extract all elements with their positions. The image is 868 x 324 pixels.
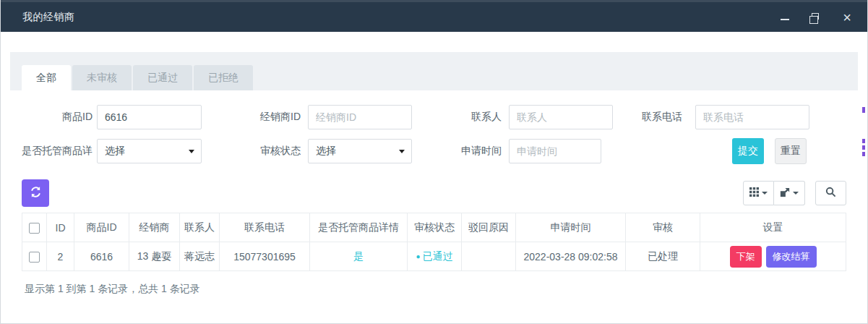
table-row: 2 6616 13 趣耍 蒋远志 15077301695 是 ●已通过 2022… [22,242,846,271]
apply-time-input[interactable] [509,139,601,163]
filter-dealer-id: 经销商ID [221,105,412,129]
col-phone: 联系电话 [220,213,310,242]
toolbar-button-group [743,181,805,205]
apply-time-label: 申请时间 [438,145,502,158]
filter-hosted: 是否托管商品详 选择 [22,139,202,163]
product-id-label: 商品ID [22,111,93,124]
columns-grid-icon [749,187,759,199]
close-icon: × [843,12,851,22]
submit-button[interactable]: 提交 [732,138,764,164]
status-select-value: 选择 [316,145,336,158]
app-window: 我的经销商 × 全部 未审核 已通过 已拒绝 商品ID 经销商ID [0,0,868,324]
filter-status: 审核状态 选择 [221,139,412,163]
window-controls: × [779,12,853,23]
hosted-select-value: 选择 [105,145,125,158]
cell-phone: 15077301695 [220,242,310,271]
tab-unreviewed[interactable]: 未审核 [72,65,132,90]
scrollbar-thumb[interactable] [862,107,865,113]
toolbar-right-group [743,181,846,205]
col-settings: 设置 [700,213,846,242]
contact-input[interactable] [509,105,613,129]
status-select[interactable]: 选择 [308,139,412,163]
phone-input[interactable] [695,105,809,129]
col-dealer: 经销商 [129,213,180,242]
hosted-select[interactable]: 选择 [97,139,202,163]
minimize-button[interactable] [779,12,791,23]
tab-approved[interactable]: 已通过 [133,65,192,90]
close-button[interactable]: × [841,12,853,23]
select-all-header [22,213,47,242]
col-status: 审核状态 [408,213,462,242]
dealers-table: ID 商品ID 经销商 联系人 联系电话 是否托管商品详情 审核状态 驳回原因 … [22,213,846,271]
status-label: 审核状态 [221,145,301,158]
table-header-row: ID 商品ID 经销商 联系人 联系电话 是否托管商品详情 审核状态 驳回原因 … [22,213,846,242]
tab-strip: 全部 未审核 已通过 已拒绝 [10,52,858,90]
dealer-id-input[interactable] [308,105,412,129]
reset-button[interactable]: 重置 [775,138,807,164]
filter-apply-time: 申请时间 [438,139,601,163]
chevron-down-icon [189,150,194,153]
table-search-button[interactable] [815,181,846,205]
col-id: ID [47,213,74,242]
contact-label: 联系人 [438,111,502,124]
cell-product-id: 6616 [74,242,129,271]
col-apply-time: 申请时间 [516,213,626,242]
maximize-icon [812,13,819,20]
tab-content: 商品ID 经销商ID 联系人 联系电话 是否 [10,90,858,296]
status-dot-icon: ● [416,252,420,260]
scrollbar-thumb[interactable] [862,139,865,157]
export-icon [780,187,790,200]
cell-apply-time: 2022-03-28 09:02:58 [516,242,626,271]
cell-reject-reason [462,242,516,271]
chevron-down-icon [793,192,799,195]
export-button[interactable] [774,181,805,205]
filter-product-id: 商品ID [22,105,202,129]
col-hosted: 是否托管商品详情 [310,213,408,242]
minimize-icon [781,19,789,20]
cell-actions: 下架修改结算 [700,242,846,271]
table-toolbar [22,179,846,207]
pagination-summary: 显示第 1 到第 1 条记录，总共 1 条记录 [25,283,846,296]
cell-status: ●已通过 [408,242,462,271]
col-review: 审核 [626,213,700,242]
chevron-down-icon [399,150,405,153]
tab-all[interactable]: 全部 [22,65,71,90]
refresh-button[interactable] [22,179,49,207]
col-contact: 联系人 [180,213,220,242]
search-icon [825,187,836,200]
cell-dealer: 13 趣耍 [129,242,180,271]
col-product-id: 商品ID [74,213,129,242]
row-select-cell [22,242,47,271]
select-all-checkbox[interactable] [29,223,40,234]
cell-contact: 蒋远志 [180,242,220,271]
take-down-button[interactable]: 下架 [730,246,762,268]
filter-row-1: 商品ID 经销商ID 联系人 联系电话 [22,105,846,129]
filter-phone: 联系电话 [635,105,809,129]
filter-buttons: 提交 重置 [732,138,807,164]
maximize-button[interactable] [810,12,822,23]
chevron-down-icon [762,192,768,195]
cell-hosted: 是 [310,242,408,271]
filter-contact: 联系人 [438,105,613,129]
columns-toggle-button[interactable] [743,181,774,205]
product-id-input[interactable] [97,105,202,129]
filter-row-2: 是否托管商品详 选择 审核状态 选择 申请时间 [22,139,846,163]
main-panel: 全部 未审核 已通过 已拒绝 商品ID 经销商ID 联系人 [10,52,858,296]
tab-rejected[interactable]: 已拒绝 [194,65,253,90]
status-text: 已通过 [423,250,453,262]
cell-id: 2 [47,242,74,271]
window-title: 我的经销商 [22,11,75,24]
dealer-id-label: 经销商ID [221,111,301,124]
title-bar: 我的经销商 × [1,0,867,32]
refresh-icon [30,186,42,200]
modify-settlement-button[interactable]: 修改结算 [766,246,817,268]
cell-review: 已处理 [626,242,700,271]
hosted-label: 是否托管商品详 [22,145,93,158]
row-checkbox[interactable] [29,252,40,263]
col-reject-reason: 驳回原因 [462,213,516,242]
phone-label: 联系电话 [635,111,682,124]
